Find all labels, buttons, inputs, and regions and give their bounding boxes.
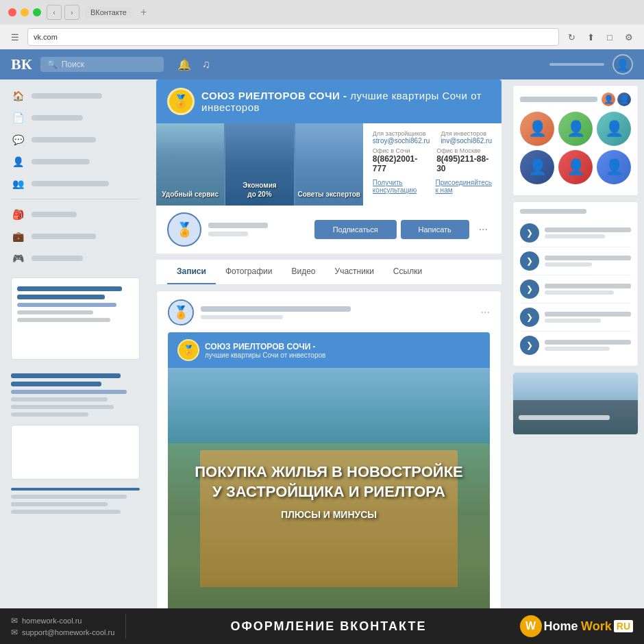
sidebar-item-news[interactable]: 📄 [11,107,140,129]
list-item-4[interactable]: ❯ [520,304,631,332]
post-big-text: ПОКУПКА ЖИЛЬЯ В НОВОСТРОЙКЕУ ЗАСТРОЙЩИКА… [181,462,477,501]
widget-icons: 👤 👤 [602,92,631,106]
sidebar-label [32,93,102,99]
avatar-6[interactable]: 👤 [597,150,631,184]
group-menu-dots[interactable]: ··· [476,223,491,236]
medal-emoji: 🏅 [173,94,188,109]
post-avatar: 🏅 [168,299,194,325]
subscribe-button[interactable]: Подписаться [314,220,397,239]
sidebar-bar [11,390,127,394]
refresh-icon[interactable]: ↻ [565,30,578,44]
list-icon-4: ❯ [520,308,539,327]
user-avatar-nav[interactable]: 👤 [612,54,633,75]
envelope-icon: ✉ [11,616,18,626]
tab-members[interactable]: Участники [325,260,384,284]
search-icon: 🔍 [47,60,58,69]
message-button[interactable]: Написать [401,220,469,239]
sidebar-item-groups[interactable]: 🎒 [11,203,140,225]
sidebar-item-friends[interactable]: 👥 [11,173,140,195]
center-content: 🏅 СОЮЗ РИЕЛТОРОВ СОЧИ - лучшие квартиры … [151,79,507,608]
shared-medal-icon: 🏅 [177,339,199,361]
url-input[interactable] [34,33,553,41]
avatar-3[interactable]: 👤 [597,112,631,146]
widget-title [520,97,597,102]
banner-title: СОЮЗ РИЕЛТОРОВ СОЧИ - лучшие квартиры Со… [201,90,491,113]
list-widget: ❯ ❯ [512,201,639,367]
search-input[interactable] [62,60,144,69]
list-item-2[interactable]: ❯ [520,247,631,275]
group-cover: Удобный сервис Экономиядо 20% Советы экс… [156,123,501,206]
post-big-subtitle: ПЛЮСЫ И МИНУСЫ [281,509,377,520]
close-button[interactable] [8,8,16,16]
tab-photos[interactable]: Фотографии [216,260,282,284]
list-item-3[interactable]: ❯ [520,275,631,304]
avatar-4[interactable]: 👤 [520,150,554,184]
footer-divider [125,614,126,639]
list-item-5[interactable]: ❯ [520,332,631,359]
chevron-down-icon: ❯ [526,228,533,238]
widget-header: 👤 👤 [520,92,631,106]
footer-right: W Home Work RU [520,615,633,637]
consult-link[interactable]: Получить консультацию [373,179,425,194]
sidebar-item-market[interactable]: 💼 [11,225,140,247]
group-actions: Подписаться Написать [314,220,469,239]
sidebar-item-games[interactable]: 🎮 [11,247,140,269]
sidebar-item-messages[interactable]: 💬 [11,129,140,151]
settings-icon[interactable]: ⚙ [622,30,636,44]
list-item-1[interactable]: ❯ [520,219,631,247]
tab-links[interactable]: Ссылки [384,260,432,284]
new-tab-button[interactable]: + [140,6,147,18]
sidebar-label [32,234,96,239]
hw-logo-icon: W [525,620,536,632]
contact-col-1: Для застройщиков stroy@sochi862.ru [373,130,430,145]
sidebar-section-3 [0,482,151,519]
sidebar-bar [11,373,121,378]
sidebar-label [32,212,77,217]
sidebar-item-home[interactable]: 🏠 [11,85,140,107]
join-link[interactable]: Присоединяйтесь к нам [435,179,492,194]
contact-phone-sochi: 8(862)2001-777 [373,154,425,173]
avatar-5[interactable]: 👤 [558,150,593,184]
avatar-2[interactable]: 👤 [558,112,593,146]
homework-footer: ✉ homework-cool.ru ✉ support@homework-co… [0,608,644,644]
music-icon[interactable]: ♫ [202,58,210,71]
groups-icon: 🎒 [11,208,25,221]
sidebar-bar [11,397,108,401]
forward-button[interactable]: › [64,5,79,20]
sidebar-bar [11,405,114,409]
share-icon[interactable]: ⬆ [584,30,597,44]
tab-video[interactable]: Видео [282,260,325,284]
messages-icon: 💬 [11,133,25,147]
minimize-button[interactable] [21,8,29,16]
bookmark-icon[interactable]: □ [603,30,617,44]
sidebar-item-profile[interactable]: 👤 [11,151,140,173]
contact-email-2: inv@sochi862.ru [441,137,492,145]
footer-center: ОФОРМЛЕНИЕ ВКОНТАКТЕ [137,619,519,634]
ad-line [17,318,110,322]
search-bar: 🔍 [40,57,164,72]
list-icon[interactable]: ☰ [8,30,22,44]
sidebar-block-2 [11,425,140,480]
ad-line [17,286,122,291]
ad-line [17,295,105,299]
back-button[interactable]: ‹ [47,5,62,20]
shared-banner: 🏅 СОЮЗ РИЕЛТОРОВ СОЧИ - лучшие квартиры … [168,332,490,368]
tab-posts[interactable]: Записи [167,260,216,284]
vk-logo[interactable]: ВК [11,55,32,73]
sidebar-bar [11,382,101,386]
tab-label[interactable]: ВКонтакте [85,7,132,18]
list-icon-1: ❯ [520,223,539,243]
hw-logo-text: Home Work [544,619,612,634]
avatar-1[interactable]: 👤 [520,112,554,146]
news-icon: 📄 [11,111,25,125]
hw-text-work: Work [581,619,612,633]
post-header: 🏅 ··· [168,299,490,325]
post-menu-dots[interactable]: ··· [481,306,490,319]
widget-icon-1: 👤 [602,92,615,106]
right-ad-widget[interactable] [512,372,639,435]
sidebar-bar [11,495,127,499]
notifications-icon[interactable]: 🔔 [177,58,191,71]
group-name-bar [208,223,268,228]
maximize-button[interactable] [33,8,41,16]
sidebar-section-2 [0,368,151,422]
